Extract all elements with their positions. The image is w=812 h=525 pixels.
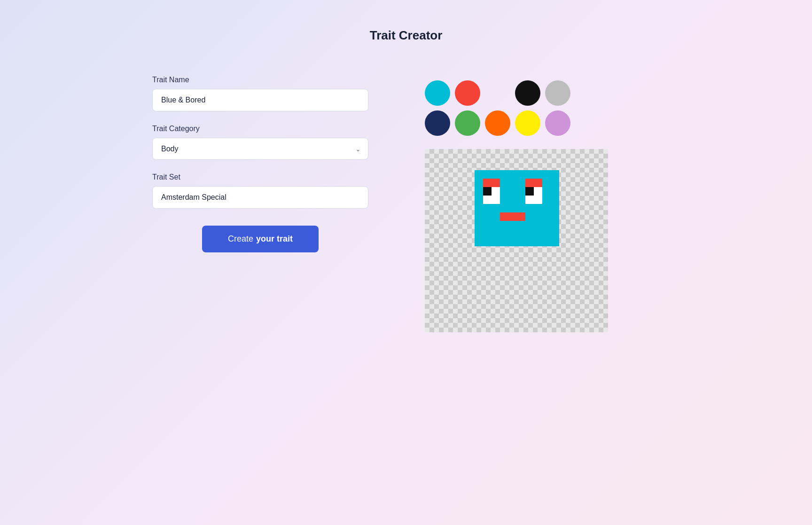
svg-rect-9 [475,196,483,204]
trait-category-group: Trait Category Body Head Eyes Mouth Hat … [152,125,368,160]
pixel-art-character [466,170,568,255]
svg-rect-0 [475,170,559,179]
trait-set-group: Trait Set [152,173,368,209]
color-swatch-yellow[interactable] [515,110,540,136]
svg-rect-6 [525,187,534,196]
trait-category-label: Trait Category [152,125,368,133]
trait-set-label: Trait Set [152,173,368,181]
color-swatch-orange[interactable] [485,110,510,136]
svg-rect-15 [475,221,559,229]
trait-name-input[interactable] [152,89,368,111]
create-trait-button[interactable]: Create your trait [202,226,319,252]
color-swatch-light-gray[interactable] [545,80,570,106]
pixel-canvas[interactable] [425,149,608,332]
color-swatch-navy[interactable] [425,110,450,136]
trait-category-select[interactable]: Body Head Eyes Mouth Hat Clothes [152,138,368,160]
svg-rect-8 [525,179,542,187]
right-panel [425,76,608,332]
svg-rect-16 [475,229,559,238]
trait-set-input[interactable] [152,186,368,209]
create-button-text-normal: Create [228,234,253,244]
color-swatch-green[interactable] [455,110,480,136]
svg-rect-17 [475,238,559,246]
trait-category-wrapper: Body Head Eyes Mouth Hat Clothes ⌄ [152,138,368,160]
color-palette [425,76,570,141]
svg-rect-11 [542,196,559,204]
svg-rect-14 [500,212,525,221]
create-button-text-bold: your trait [256,234,293,244]
form-panel: Trait Name Trait Category Body Head Eyes… [152,76,368,252]
color-swatch-lavender[interactable] [545,110,570,136]
color-swatch-red-orange[interactable] [455,80,480,106]
svg-rect-7 [483,179,500,187]
svg-rect-5 [483,187,492,196]
color-swatch-empty1 [485,80,510,106]
page-title: Trait Creator [0,28,812,43]
trait-name-label: Trait Name [152,76,368,84]
svg-rect-12 [475,204,559,212]
trait-name-group: Trait Name [152,76,368,111]
color-swatch-black[interactable] [515,80,540,106]
svg-rect-10 [500,196,525,204]
color-swatch-cyan[interactable] [425,80,450,106]
